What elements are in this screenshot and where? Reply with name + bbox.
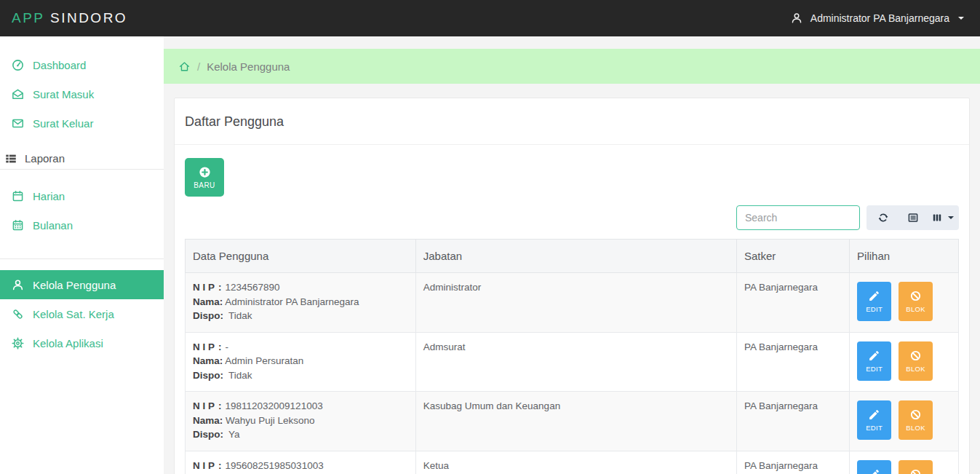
sidebar-item-surat-masuk[interactable]: Surat Masuk <box>0 79 164 108</box>
blok-button[interactable]: BLOK <box>899 341 933 381</box>
mail-icon <box>11 116 25 130</box>
sidebar-item-label: Kelola Sat. Kerja <box>33 308 114 320</box>
edit-button[interactable]: EDIT <box>857 282 891 321</box>
app-logo[interactable]: APP SINDORO <box>12 10 127 26</box>
mail-open-icon <box>11 87 25 101</box>
users-table: Data Pengguna Jabatan Satker Pilihan N I… <box>185 239 959 474</box>
columns-dropdown-button[interactable] <box>928 205 957 230</box>
refresh-icon <box>877 212 889 224</box>
sidebar-item-label: Surat Masuk <box>33 88 94 100</box>
panel-heading: Daftar Pengguna <box>175 98 969 145</box>
ban-icon <box>909 408 922 421</box>
cell-pilihan: EDIT BLOK <box>850 392 959 451</box>
column-header-pilihan[interactable]: Pilihan <box>850 240 959 273</box>
home-icon[interactable] <box>178 60 191 73</box>
sidebar-item-harian[interactable]: Harian <box>0 181 164 210</box>
table-row: N I P:198112032009121003 Nama: Wahyu Puj… <box>186 392 959 451</box>
cell-satker: PA Banjarnegara <box>736 451 849 474</box>
blok-button[interactable]: BLOK <box>899 400 933 440</box>
cell-pilihan: EDIT BLOK <box>850 273 959 333</box>
pencil-icon <box>868 468 880 474</box>
calendar-grid-icon <box>11 218 25 232</box>
sidebar-item-dashboard[interactable]: Dashboard <box>0 50 164 79</box>
cell-data-pengguna: N I P:1234567890 Nama: Administrator PA … <box>186 273 416 333</box>
cell-satker: PA Banjarnegara <box>736 332 849 392</box>
caret-down-icon <box>958 17 964 20</box>
column-header-data-pengguna[interactable]: Data Pengguna <box>186 240 416 273</box>
toggle-view-button[interactable] <box>898 205 928 230</box>
breadcrumb: / Kelola Pengguna <box>164 49 980 84</box>
sidebar: Dashboard Surat Masuk Surat Keluar Lapor… <box>0 36 164 474</box>
cell-jabatan: Admsurat <box>415 332 736 392</box>
link-icon <box>11 307 25 321</box>
ban-icon <box>909 349 922 362</box>
cell-data-pengguna: N I P:- Nama: Admin Persuratan Dispo:Tid… <box>186 332 416 392</box>
sidebar-section-label: Laporan <box>25 152 65 165</box>
edit-button[interactable]: EDIT <box>857 400 891 440</box>
sidebar-item-label: Surat Keluar <box>33 117 93 130</box>
caret-down-icon <box>948 216 954 219</box>
table-header-row: Data Pengguna Jabatan Satker Pilihan <box>186 240 959 273</box>
search-input[interactable] <box>736 205 860 230</box>
sidebar-divider <box>0 258 164 259</box>
edit-button[interactable]: EDIT <box>857 341 891 381</box>
gear-icon <box>11 336 25 350</box>
cell-data-pengguna: N I P:198112032009121003 Nama: Wahyu Puj… <box>186 392 416 451</box>
sidebar-item-kelola-aplikasi[interactable]: Kelola Aplikasi <box>0 328 164 358</box>
sidebar-item-bulanan[interactable]: Bulanan <box>0 210 164 240</box>
column-header-satker[interactable]: Satker <box>736 240 849 273</box>
baru-button[interactable]: BARU <box>185 158 224 197</box>
cell-jabatan: Ketua <box>415 451 736 474</box>
column-header-jabatan[interactable]: Jabatan <box>415 240 736 273</box>
cell-satker: PA Banjarnegara <box>736 273 849 333</box>
table-toolbar <box>185 205 959 230</box>
blok-button[interactable]: BLOK <box>899 460 933 474</box>
blok-button[interactable]: BLOK <box>899 282 933 321</box>
sidebar-item-kelola-sat-kerja[interactable]: Kelola Sat. Kerja <box>0 299 164 328</box>
pencil-icon <box>868 408 880 421</box>
sidebar-item-label: Kelola Aplikasi <box>33 337 103 349</box>
cell-jabatan: Kasubag Umum dan Keuangan <box>415 392 736 451</box>
table-row: N I P:1234567890 Nama: Administrator PA … <box>186 273 959 333</box>
plus-circle-icon <box>198 165 212 179</box>
sidebar-item-kelola-pengguna[interactable]: Kelola Pengguna <box>0 270 164 299</box>
app-window: APP SINDORO Administrator PA Banjarnegar… <box>0 0 980 474</box>
page-title: Daftar Pengguna <box>185 114 959 130</box>
dashboard-icon <box>11 58 25 72</box>
sidebar-item-label: Harian <box>33 190 65 202</box>
cell-pilihan: EDIT BLOK <box>850 332 959 392</box>
cell-pilihan: EDIT BLOK <box>850 451 959 474</box>
user-icon <box>790 12 803 25</box>
columns-icon <box>931 212 943 224</box>
sidebar-item-surat-keluar[interactable]: Surat Keluar <box>0 108 164 138</box>
cell-satker: PA Banjarnegara <box>736 392 849 451</box>
table-row: N I P:- Nama: Admin Persuratan Dispo:Tid… <box>186 332 959 392</box>
sidebar-item-label: Bulanan <box>33 219 73 232</box>
ban-icon <box>909 290 922 302</box>
sidebar-section-laporan: Laporan <box>0 148 164 170</box>
pencil-icon <box>868 349 880 362</box>
cell-jabatan: Administrator <box>415 273 736 333</box>
table-row: N I P:195608251985031003 Nama: Drs. H.M.… <box>186 451 959 474</box>
user-menu[interactable]: Administrator PA Banjarnegara <box>790 12 964 25</box>
top-navbar: APP SINDORO Administrator PA Banjarnegar… <box>0 0 980 36</box>
toolbar-button-group <box>867 205 959 230</box>
calendar-icon <box>11 189 25 203</box>
user-name: Administrator PA Banjarnegara <box>810 12 949 24</box>
daftar-pengguna-panel: Daftar Pengguna BARU <box>174 98 970 474</box>
logo-name-text: SINDORO <box>50 10 127 25</box>
cell-data-pengguna: N I P:195608251985031003 Nama: Drs. H.M.… <box>186 451 416 474</box>
user-icon <box>11 278 25 292</box>
pencil-icon <box>868 290 880 302</box>
main-content: / Kelola Pengguna Daftar Pengguna BARU <box>164 36 980 474</box>
baru-button-label: BARU <box>194 181 215 189</box>
logo-app-text: APP <box>12 10 44 25</box>
sidebar-item-label: Dashboard <box>33 59 86 71</box>
table-list-icon <box>4 152 17 165</box>
breadcrumb-separator: / <box>197 60 200 73</box>
refresh-button[interactable] <box>868 205 898 230</box>
ban-icon <box>909 468 922 474</box>
edit-button[interactable]: EDIT <box>857 460 891 474</box>
list-alt-icon <box>907 212 919 224</box>
sidebar-item-label: Kelola Pengguna <box>33 279 116 291</box>
